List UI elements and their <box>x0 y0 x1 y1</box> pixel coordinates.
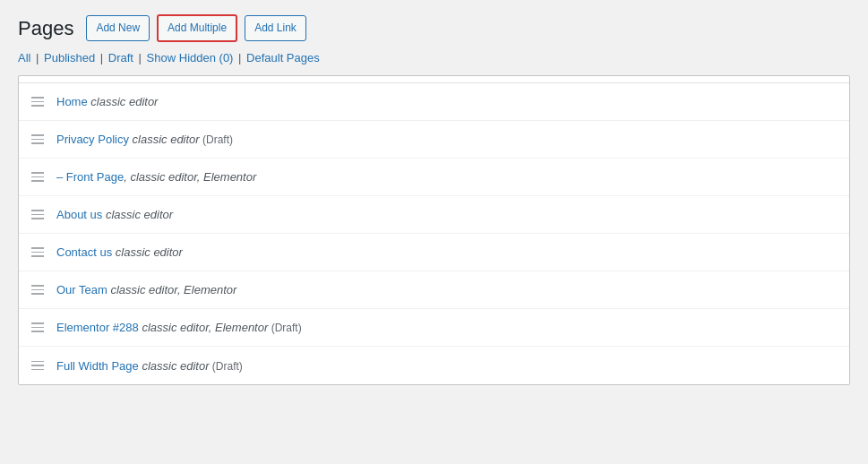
filter-published[interactable]: Published <box>44 51 95 64</box>
item-title: – Front Page, classic editor, Elementor <box>56 170 256 184</box>
item-title: Contact us classic editor <box>56 245 183 259</box>
list-item: Home classic editor <box>19 83 849 121</box>
item-meta: classic editor <box>88 95 159 108</box>
drag-handle-icon[interactable] <box>31 97 44 107</box>
item-status: (Draft) <box>200 133 233 146</box>
drag-handle-icon[interactable] <box>31 322 44 332</box>
page-header: Pages Add New Add Multiple Add Link <box>18 14 850 42</box>
item-title: Home classic editor <box>56 95 158 108</box>
item-title: Elementor #288 classic editor, Elementor… <box>56 321 302 334</box>
item-meta: classic editor <box>102 208 173 221</box>
page-wrap: Pages Add New Add Multiple Add Link All … <box>0 0 868 464</box>
add-multiple-button[interactable]: Add Multiple <box>157 14 237 42</box>
item-title-link[interactable]: Privacy Policy <box>56 133 129 146</box>
item-title: Full Width Page classic editor (Draft) <box>56 359 243 373</box>
item-title-link[interactable]: Contact us <box>56 245 112 259</box>
list-item: Full Width Page classic editor (Draft) <box>19 347 849 384</box>
item-title-link[interactable]: Home <box>56 95 88 108</box>
item-status: (Draft) <box>268 322 301 334</box>
item-title-link[interactable]: Full Width Page <box>56 359 139 373</box>
pages-list: Home classic editorPrivacy Policy classi… <box>18 75 850 385</box>
filter-all[interactable]: All <box>18 51 30 64</box>
filter-default-pages[interactable]: Default Pages <box>246 51 320 64</box>
drag-handle-icon[interactable] <box>31 285 44 295</box>
item-status: (Draft) <box>210 360 243 373</box>
item-title-link[interactable]: – Front Page <box>56 170 124 184</box>
add-link-button[interactable]: Add Link <box>245 15 306 41</box>
list-item: – Front Page, classic editor, Elementor <box>19 159 849 196</box>
item-meta: classic editor <box>139 359 210 373</box>
item-meta: classic editor <box>112 245 183 259</box>
item-title-link[interactable]: About us <box>56 208 102 221</box>
item-meta: classic editor, Elementor <box>107 283 237 296</box>
list-header <box>19 76 849 83</box>
list-item: About us classic editor <box>19 196 849 234</box>
item-meta: classic editor, Elementor <box>139 321 269 334</box>
drag-handle-icon[interactable] <box>31 172 44 182</box>
item-meta: , classic editor, Elementor <box>124 170 256 184</box>
page-title: Pages <box>18 17 73 40</box>
filter-show-hidden[interactable]: Show Hidden (0) <box>147 51 234 64</box>
drag-handle-icon[interactable] <box>31 361 44 371</box>
filter-draft[interactable]: Draft <box>108 51 133 64</box>
item-title-link[interactable]: Elementor #288 <box>56 321 139 334</box>
item-meta: classic editor <box>129 133 200 146</box>
list-item: Privacy Policy classic editor (Draft) <box>19 121 849 159</box>
item-title: About us classic editor <box>56 208 173 221</box>
drag-handle-icon[interactable] <box>31 247 44 257</box>
list-item: Our Team classic editor, Elementor <box>19 271 849 309</box>
item-title: Privacy Policy classic editor (Draft) <box>56 133 233 146</box>
drag-handle-icon[interactable] <box>31 134 44 144</box>
item-title-link[interactable]: Our Team <box>56 283 107 296</box>
list-item: Elementor #288 classic editor, Elementor… <box>19 309 849 347</box>
add-new-button[interactable]: Add New <box>86 15 150 41</box>
list-item: Contact us classic editor <box>19 234 849 271</box>
item-title: Our Team classic editor, Elementor <box>56 283 236 296</box>
drag-handle-icon[interactable] <box>31 210 44 219</box>
filter-bar: All | Published | Draft | Show Hidden (0… <box>18 51 850 64</box>
